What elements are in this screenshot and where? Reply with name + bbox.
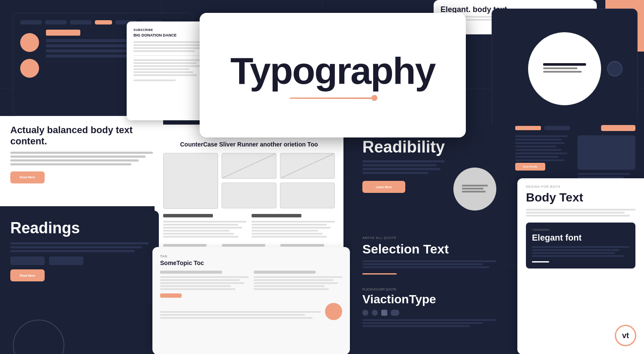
white-circle [528,32,601,105]
viaction-icon-4 [391,310,399,316]
wf-col-right-title [252,214,301,217]
bdl-2 [532,249,620,251]
wf-box-top-mid [222,153,276,179]
bodytext-dark-title: Elegant font [532,233,629,243]
bodytext-tag: DESIGN FOR BOTH [526,185,635,188]
card-readings: Readings Read More [0,211,159,305]
wf-col-left-lines [163,221,246,238]
readings-lines [10,242,149,252]
readings-ctrl-1[interactable] [10,256,45,265]
wf-col2 [163,214,335,239]
profile-image [577,135,635,170]
nav-circle-1 [20,33,39,52]
viaction-tag: PLACEHOLDER QUOTE [362,288,496,291]
doc-lines [134,41,204,52]
doc2-line-6 [134,74,197,76]
rl-2 [10,246,142,248]
viaction-icons [362,310,496,316]
bodytext-dark-tag: TYPOGRAPHY [532,229,629,231]
readibility-circle [453,168,496,211]
selection-title: Selection Text [362,242,496,256]
readibility-title: Readibility [362,139,496,155]
rl-3 [10,250,135,252]
bodytext-title: Body Text [526,191,635,204]
profile-tab-2[interactable] [544,126,570,130]
selection-tag: ABOVE ALL QUOTE [362,236,496,239]
selection-accent-line [362,273,397,275]
doc-lines2 [134,59,204,76]
viaction-icon-1 [362,310,368,316]
wf-col-left [163,214,246,239]
doc2-bottom-image [325,303,342,320]
readings-ctrl-2[interactable] [49,256,83,265]
wf-grid [163,153,335,209]
doc2-line-3 [134,65,200,67]
card-viaction: PLACEHOLDER QUOTE ViactionType [352,279,507,354]
balanced-button[interactable]: Read More [10,171,45,183]
wf-col-right [252,214,335,239]
doc-divider [134,55,204,56]
vl-3 [362,325,470,327]
doc-line-4 [134,50,195,52]
nav-item-3 [70,20,91,24]
profile-action-btn[interactable] [601,125,635,131]
bodytext-dark-inner-card: TYPOGRAPHY Elegant font [526,223,635,269]
main-canvas: Elegant. body text [0,0,644,354]
wf-title: CounterCase Sliver Runner another orieti… [163,141,335,148]
vt-logo-text: vt [622,331,629,340]
doc2-line-1 [134,59,204,61]
card-doc2: TAG SomeTopic Toc [152,247,350,354]
bdl-3 [532,252,615,254]
nav-title-bar [46,30,80,36]
bdl-4 [532,255,625,257]
card-circle-dark [492,9,638,129]
viaction-icon-3 [381,310,387,316]
viaction-lines [362,319,496,327]
vt-logo: vt [615,325,636,346]
doc2-bottom-row [160,303,342,320]
typography-title: Typography [230,52,435,90]
doc-line-2 [134,44,200,46]
bdl-1 [532,246,629,248]
nav-item-1 [20,20,42,24]
bl-1 [10,152,153,154]
ctl-1 [543,63,586,66]
wf-box-top-right [280,153,335,179]
readibility-button[interactable]: Learn More [362,181,405,193]
wf-col-left-title [163,214,213,217]
readings-controls [10,256,149,265]
wf-box-bot-right [280,183,335,208]
profile-left: View Profile [515,135,573,183]
card-balanced: Actualy balanced body text content. Read… [0,116,163,206]
doc2-title: SomeTopic Toc [160,259,342,266]
rerl-4 [362,172,428,174]
doc2-grid [160,271,342,298]
readings-button[interactable]: Read More [10,269,45,281]
profile-tab-active[interactable] [515,126,541,130]
balanced-title: Actualy balanced body text content. [10,125,153,147]
articles-badge: articles by : vt [581,325,636,346]
nav-item-active [95,20,112,24]
profile-content-row: View Profile [515,135,635,183]
ctl-2 [543,67,577,69]
doc-heading: BIG DONATION DANCE [134,33,204,38]
profile-btn-label: View Profile [523,165,538,168]
nav-circle-2 [20,59,39,78]
nav-item-2 [45,20,67,24]
bl-2 [10,156,146,158]
doc2-orange-btn[interactable] [160,293,182,298]
ctl-3 [543,71,582,73]
profile-button[interactable]: View Profile [515,163,545,171]
rerl-2 [362,164,437,166]
rerl-1 [362,160,445,162]
circle-dot-right [607,61,623,76]
readings-button-label: Read More [20,274,35,277]
bodytext-lines [526,209,635,217]
bl-4 [10,163,131,165]
rerl-3 [362,168,440,170]
viaction-title: ViactionType [362,293,496,306]
doc2-col-1 [160,271,249,298]
readibility-btn-label: Learn More [376,186,392,189]
typography-accent-line [290,98,376,99]
wf-col-right-lines [252,221,335,238]
